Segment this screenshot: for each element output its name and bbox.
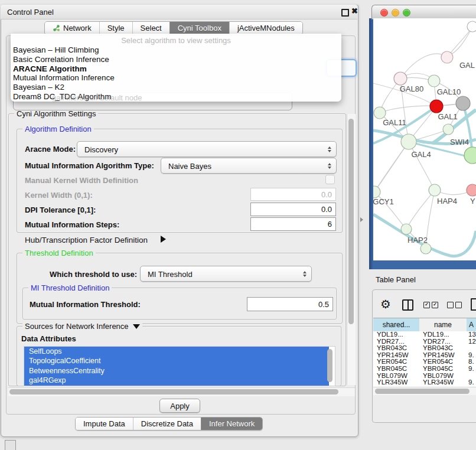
hub-definition-toggle-label[interactable]: Hub/Transcription Factor Definition (25, 236, 148, 244)
cell-value: 13 (468, 331, 476, 338)
attribute-item-topological[interactable]: TopologicalCoefficient (24, 356, 329, 366)
table-row[interactable]: YER054C YER054C 8. (373, 358, 476, 366)
manual-kernel-width-checkbox[interactable] (325, 175, 335, 184)
node-y[interactable] (467, 184, 476, 196)
node-label-gal11: GAL11 (383, 118, 406, 127)
node-label-hap2: HAP2 (407, 236, 428, 244)
algorithm-option-basic-correlation[interactable]: Basic Correlation Inference (13, 55, 339, 64)
window-close-traffic-light[interactable] (380, 9, 388, 17)
settings-vscrollbar-thumb[interactable] (348, 119, 354, 324)
network-canvas[interactable]: GAL GAL80 GAL10 GAL1 GAL11 SWI4 GAL4 GCY… (373, 18, 476, 260)
aracne-mode-select[interactable]: Discovery (77, 141, 337, 157)
cell-value: 12 (468, 338, 476, 345)
node-table-rows: YDL19... YDL19... 13 YDR27... YDR27... 1… (373, 331, 476, 387)
node-hap2[interactable] (401, 224, 412, 234)
node-gcy1[interactable] (373, 186, 380, 198)
control-panel-titlebar[interactable] (1, 5, 357, 19)
column-header-name[interactable]: name (419, 318, 467, 332)
table-row[interactable]: YDR27... YDR27... 12 (373, 338, 476, 345)
network-icon (53, 24, 60, 32)
cell-shared-name: YBL079W (377, 373, 418, 380)
data-attributes-list: SelfLoops TopologicalCoefficient Between… (24, 346, 335, 386)
mi-threshold-field[interactable]: 0.5 (247, 297, 333, 311)
node-gal4[interactable] (401, 134, 416, 149)
mi-steps-field[interactable]: 6 (250, 217, 336, 231)
sources-expanded-arrow-icon[interactable] (133, 324, 140, 329)
table-row[interactable]: YLR345W YLR345W 9. (373, 379, 476, 386)
float-panel-icon[interactable] (341, 9, 349, 17)
node-hap4[interactable] (429, 184, 441, 196)
algorithm-option-aracne[interactable]: ARACNE Algorithm (13, 64, 339, 74)
node-gal10[interactable] (428, 75, 440, 87)
cell-shared-name: YDR27... (377, 338, 418, 345)
mi-algorithm-type-select[interactable]: Naive Bayes (161, 158, 337, 174)
table-row[interactable]: YBL079W YBL079W (373, 373, 476, 380)
table-hscrollbar-thumb[interactable] (375, 389, 470, 394)
aracne-mode-value: Discovery (84, 145, 118, 154)
table-hscrollbar-track[interactable] (373, 387, 476, 395)
node-gal11[interactable] (374, 107, 386, 119)
node-swi4[interactable] (443, 124, 454, 135)
cell-name: YDR27... (423, 338, 465, 345)
node-gray[interactable] (456, 96, 470, 110)
node-unlabeled-bottom[interactable] (420, 243, 431, 254)
settings-hscrollbar-thumb[interactable] (9, 389, 338, 394)
network-window-titlebar[interactable] (371, 5, 476, 19)
column-header-shared-name[interactable]: shared... (373, 318, 420, 332)
node-label-gal4: GAL4 (411, 150, 431, 159)
window-minimize-traffic-light[interactable] (392, 9, 399, 17)
attribute-item-gal4rgexp[interactable]: gal4RGexp (24, 376, 329, 385)
occluded-combo-value: galFiltered.sif default node (52, 93, 142, 102)
checked-box-icon: ✓ (432, 302, 438, 308)
settings-vscrollbar-track[interactable] (347, 114, 356, 385)
tab-jactivemnodules[interactable]: jActiveMNodules (229, 22, 302, 34)
which-threshold-label: Which threshold to use: (50, 270, 137, 279)
docked-panel-icon[interactable] (5, 440, 16, 450)
network-node-labels: GAL GAL80 GAL10 GAL1 GAL11 SWI4 GAL4 GCY… (373, 61, 475, 244)
node-gal80[interactable] (394, 72, 407, 85)
split-pane-divider-handle[interactable] (360, 217, 363, 222)
tab-cyni-toolbox[interactable]: Cyni Toolbox (169, 22, 229, 34)
attribute-item-selfloops[interactable]: SelfLoops (24, 347, 329, 356)
sources-title-text: Sources for Network Inference (25, 322, 129, 331)
tab-discretize-data-label: Discretize Data (141, 419, 193, 428)
deselect-all-columns-icon[interactable] (447, 302, 462, 308)
desktop: { "control_panel": { "title": "Control P… (0, 0, 476, 450)
select-all-columns-icon[interactable]: ✓✓ (423, 302, 438, 308)
table-row[interactable]: YPR145W YPR145W 9. (373, 352, 476, 359)
which-threshold-select[interactable]: MI Threshold (140, 266, 312, 282)
tab-style-label: Style (107, 24, 125, 32)
settings-hscrollbar-track[interactable] (8, 387, 355, 396)
tab-infer-network[interactable]: Infer Network (201, 418, 262, 430)
export-table-icon[interactable] (471, 298, 476, 311)
attribute-item-betweenness[interactable]: BetweennessCentrality (24, 366, 329, 376)
algorithm-dropdown-popup: Select algorithm to view settings Bayesi… (11, 34, 341, 102)
kernel-width-field[interactable]: 0.0 (250, 188, 336, 201)
window-zoom-traffic-light[interactable] (403, 9, 410, 17)
column-header-partial[interactable]: A (467, 318, 476, 332)
close-panel-icon[interactable]: ✖ (351, 6, 358, 15)
algorithm-option-mutual-information[interactable]: Mutual Information Inference (13, 73, 339, 83)
algorithm-option-bayesian-hill[interactable]: Bayesian – Hill Climbing (13, 45, 339, 55)
cell-value: 9. (468, 352, 476, 359)
tab-impute-data[interactable]: Impute Data (76, 418, 133, 430)
attribute-list-vscrollbar-thumb[interactable] (327, 349, 332, 382)
kernel-width-label: Kernel Width (0,1): (25, 191, 93, 200)
dpi-tolerance-field[interactable]: 0.0 (250, 203, 336, 216)
node-gal1[interactable] (430, 100, 443, 113)
table-row[interactable]: YBR043C YBR043C (373, 345, 476, 352)
node-unlabeled-top[interactable] (467, 21, 476, 32)
tab-select[interactable]: Select (132, 22, 169, 34)
hub-definition-collapsed-arrow-icon[interactable] (161, 236, 166, 243)
gear-icon[interactable]: ⚙ (380, 297, 391, 311)
show-columns-icon[interactable] (402, 299, 413, 311)
node-bright-green[interactable] (464, 147, 476, 164)
tab-network[interactable]: Network (45, 22, 99, 34)
tab-style[interactable]: Style (99, 22, 132, 34)
apply-button[interactable]: Apply (159, 399, 200, 413)
table-row[interactable]: YBR045C YBR045C 9. (373, 366, 476, 373)
tab-discretize-data[interactable]: Discretize Data (133, 418, 201, 430)
algorithm-option-bayesian-k2[interactable]: Bayesian – K2 (13, 83, 339, 92)
table-row[interactable]: YDL19... YDL19... 13 (373, 331, 476, 338)
node-gal-top[interactable] (441, 51, 453, 63)
